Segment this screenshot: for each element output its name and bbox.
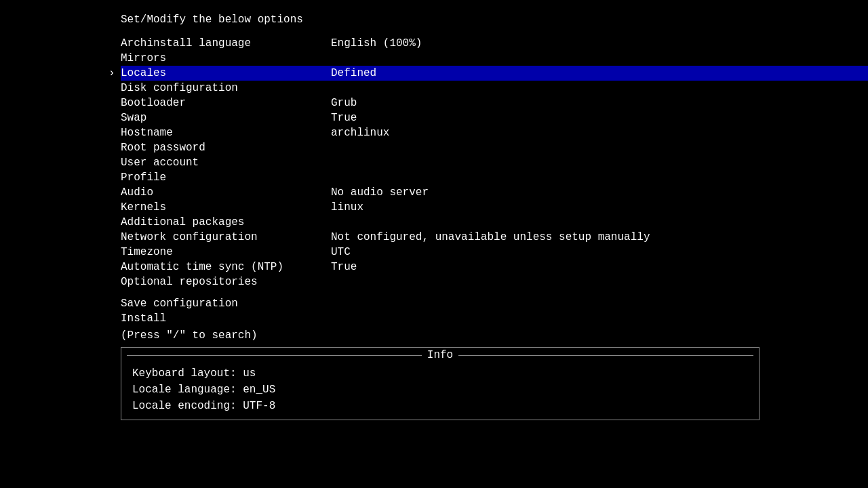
menu-item-save-configuration[interactable]: Save configuration xyxy=(121,296,868,311)
info-box-right-line xyxy=(458,355,753,356)
info-box-left-line xyxy=(127,355,422,356)
menu-item-label: Network configuration xyxy=(121,231,324,243)
menu-item-timezone[interactable]: TimezoneUTC xyxy=(121,245,868,260)
menu-item-value: True xyxy=(331,112,357,124)
menu-item-disk-configuration[interactable]: Disk configuration xyxy=(121,81,868,96)
info-box-header: Info xyxy=(121,348,759,363)
menu-item-bootloader[interactable]: BootloaderGrub xyxy=(121,96,868,110)
menu-item-automatic-time-sync[interactable]: Automatic time sync (NTP)True xyxy=(121,260,868,274)
selected-arrow-icon: › xyxy=(108,67,115,79)
info-line: Keyboard layout: us xyxy=(132,365,748,382)
menu-item-value: English (100%) xyxy=(331,37,422,49)
menu-item-value: No audio server xyxy=(331,186,429,199)
info-box-content: Keyboard layout: usLocale language: en_U… xyxy=(121,363,759,420)
menu-item-value: Grub xyxy=(331,97,357,109)
info-line: Locale encoding: UTF-8 xyxy=(132,398,748,414)
menu-item-install[interactable]: Install xyxy=(121,311,868,326)
menu-item-label: Additional packages xyxy=(121,216,324,228)
page-header: Set/Modify the below options xyxy=(0,14,868,36)
menu-item-label: Locales xyxy=(121,67,324,79)
menu-item-label: Archinstall language xyxy=(121,37,324,49)
menu-item-label: Save configuration xyxy=(121,298,324,310)
menu-item-value: UTC xyxy=(331,246,351,258)
menu-item-label: Swap xyxy=(121,112,324,124)
menu-item-archinstall-language[interactable]: Archinstall languageEnglish (100%) xyxy=(121,36,868,51)
menu-item-kernels[interactable]: Kernelslinux xyxy=(121,200,868,215)
menu-item-user-account[interactable]: User account xyxy=(121,155,868,170)
menu-item-additional-packages[interactable]: Additional packages xyxy=(121,215,868,230)
menu-item-label: User account xyxy=(121,157,324,169)
menu-item-label: Kernels xyxy=(121,201,324,214)
screen: Set/Modify the below options Archinstall… xyxy=(0,0,868,488)
menu-item-value: True xyxy=(331,261,357,273)
menu-item-locales[interactable]: ›LocalesDefined xyxy=(121,66,868,81)
menu-item-label: Automatic time sync (NTP) xyxy=(121,261,324,273)
menu-area: Archinstall languageEnglish (100%)Mirror… xyxy=(0,36,868,326)
menu-item-audio[interactable]: AudioNo audio server xyxy=(121,185,868,200)
menu-item-label: Mirrors xyxy=(121,52,324,64)
info-box: Info Keyboard layout: usLocale language:… xyxy=(121,347,760,420)
menu-spacer xyxy=(121,289,868,296)
menu-item-label: Disk configuration xyxy=(121,82,324,94)
menu-item-root-password[interactable]: Root password xyxy=(121,140,868,155)
menu-item-swap[interactable]: SwapTrue xyxy=(121,110,868,125)
menu-item-value: linux xyxy=(331,201,363,214)
menu-item-label: Audio xyxy=(121,186,324,199)
menu-item-profile[interactable]: Profile xyxy=(121,170,868,185)
menu-item-label: Hostname xyxy=(121,127,324,139)
info-box-title: Info xyxy=(422,349,458,361)
menu-item-mirrors[interactable]: Mirrors xyxy=(121,51,868,66)
press-hint: (Press "/" to search) xyxy=(0,326,868,342)
menu-item-hostname[interactable]: Hostnamearchlinux xyxy=(121,125,868,140)
menu-item-label: Bootloader xyxy=(121,97,324,109)
menu-item-network-configuration[interactable]: Network configurationNot configured, una… xyxy=(121,230,868,245)
menu-item-optional-repositories[interactable]: Optional repositories xyxy=(121,274,868,289)
menu-item-label: Profile xyxy=(121,171,324,184)
menu-item-label: Root password xyxy=(121,142,324,154)
menu-item-value: Defined xyxy=(331,67,376,79)
menu-item-value: archlinux xyxy=(331,127,389,139)
menu-item-label: Install xyxy=(121,312,324,325)
info-line: Locale language: en_US xyxy=(132,382,748,398)
menu-item-label: Optional repositories xyxy=(121,276,324,288)
menu-item-value: Not configured, unavailable unless setup… xyxy=(331,231,650,243)
menu-item-label: Timezone xyxy=(121,246,324,258)
page-title: Set/Modify the below options xyxy=(121,14,303,26)
